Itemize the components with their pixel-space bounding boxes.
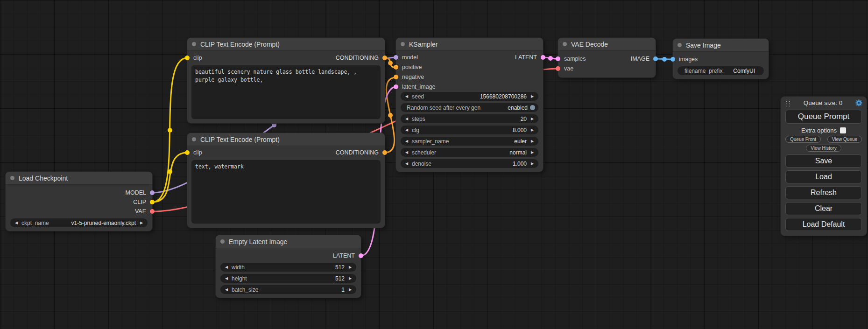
- link-positive-midpoint: [388, 61, 393, 65]
- settings-gear-icon[interactable]: [855, 99, 862, 106]
- node-title-bar[interactable]: Save Image: [673, 39, 769, 52]
- increment-arrow-icon[interactable]: ▶: [347, 276, 353, 280]
- ckpt-name-widget[interactable]: ◀ ckpt_name v1-5-pruned-emaonly.ckpt ▶: [10, 218, 148, 227]
- queue-panel-header[interactable]: Queue size: 0: [781, 97, 867, 109]
- increment-arrow-icon[interactable]: ▶: [529, 128, 535, 132]
- increment-arrow-icon[interactable]: ▶: [347, 265, 353, 269]
- node-load-checkpoint[interactable]: Load Checkpoint MODEL CLIP VAE: [6, 172, 152, 231]
- decrement-arrow-icon[interactable]: ◀: [224, 265, 229, 269]
- node-title-bar[interactable]: CLIP Text Encode (Prompt): [187, 133, 385, 146]
- load-button[interactable]: Load: [785, 170, 862, 183]
- increment-arrow-icon[interactable]: ▶: [529, 139, 535, 143]
- node-empty-latent-image[interactable]: Empty Latent Image LATENT ◀ width 512 ▶ …: [216, 235, 361, 298]
- negative-input-port[interactable]: [394, 75, 398, 79]
- random-seed-toggle-widget[interactable]: Random seed after every gen enabled: [401, 103, 538, 112]
- batch-size-widget[interactable]: ◀ batch_size 1 ▶: [220, 285, 356, 294]
- increment-arrow-icon[interactable]: ▶: [529, 161, 535, 166]
- increment-arrow-icon[interactable]: ▶: [529, 117, 535, 121]
- decrement-arrow-icon[interactable]: ◀: [224, 287, 229, 292]
- clip-input-port[interactable]: [185, 56, 190, 60]
- widget-label: filename_prefix: [685, 68, 722, 74]
- latent-image-input-port[interactable]: [394, 84, 398, 89]
- filename-prefix-widget[interactable]: filename_prefix ComfyUI: [677, 66, 764, 75]
- vae-input-port[interactable]: [556, 66, 560, 71]
- slot-row: samples IMAGE: [558, 54, 656, 63]
- decrement-arrow-icon[interactable]: ◀: [404, 150, 409, 154]
- sampler-name-widget[interactable]: ◀ sampler_name euler ▶: [401, 137, 538, 146]
- increment-arrow-icon[interactable]: ▶: [529, 150, 535, 154]
- collapse-dot-icon[interactable]: [401, 42, 405, 46]
- vae-output-port[interactable]: [150, 209, 155, 214]
- collapse-dot-icon[interactable]: [677, 43, 682, 47]
- decrement-arrow-icon[interactable]: ◀: [404, 161, 409, 166]
- collapse-dot-icon[interactable]: [220, 239, 225, 244]
- latent-output-port[interactable]: [541, 55, 545, 60]
- samples-input-port[interactable]: [556, 56, 560, 61]
- conditioning-output-port[interactable]: [382, 150, 387, 155]
- toggle-knob-icon[interactable]: [530, 105, 535, 110]
- widget-value: 512: [335, 264, 345, 271]
- node-title: VAE Decode: [571, 41, 608, 48]
- decrement-arrow-icon[interactable]: ◀: [404, 128, 409, 132]
- clip-input-port[interactable]: [185, 150, 190, 155]
- widget-label: width: [232, 264, 245, 271]
- cfg-widget[interactable]: ◀ cfg 8.000 ▶: [401, 126, 538, 134]
- decrement-arrow-icon[interactable]: ◀: [404, 117, 409, 121]
- prompt-textarea[interactable]: beautiful scenery nature glass bottle la…: [191, 65, 381, 119]
- collapse-dot-icon[interactable]: [10, 176, 14, 180]
- node-clip-text-encode-positive[interactable]: CLIP Text Encode (Prompt) clip CONDITION…: [187, 38, 385, 123]
- link-model-midpoint: [272, 123, 276, 127]
- image-output-port[interactable]: [653, 56, 658, 61]
- latent-output-port[interactable]: [359, 253, 363, 258]
- node-title-bar[interactable]: KSampler: [396, 38, 543, 51]
- conditioning-output-port[interactable]: [382, 56, 387, 60]
- decrement-arrow-icon[interactable]: ◀: [14, 221, 19, 225]
- widget-label: cfg: [412, 127, 419, 133]
- node-vae-decode[interactable]: VAE Decode samples IMAGE vae: [558, 38, 656, 77]
- increment-arrow-icon[interactable]: ▶: [139, 221, 144, 225]
- node-save-image[interactable]: Save Image images filename_prefix ComfyU…: [673, 39, 769, 79]
- queue-panel: Queue size: 0 Queue Prompt Extra options…: [781, 97, 867, 236]
- scheduler-widget[interactable]: ◀ scheduler normal ▶: [401, 148, 538, 157]
- widget-value: enabled: [508, 105, 528, 111]
- slot-row: model LATENT: [396, 53, 543, 62]
- refresh-button[interactable]: Refresh: [785, 186, 862, 199]
- view-history-button[interactable]: View History: [806, 145, 841, 152]
- node-ksampler[interactable]: KSampler model LATENT positive: [396, 38, 543, 172]
- output-slot-model: MODEL: [6, 188, 152, 197]
- collapse-dot-icon[interactable]: [192, 137, 196, 141]
- decrement-arrow-icon[interactable]: ◀: [404, 139, 409, 143]
- prompt-textarea[interactable]: text, watermark: [191, 160, 381, 224]
- node-title-bar[interactable]: Empty Latent Image: [216, 235, 361, 248]
- increment-arrow-icon[interactable]: ▶: [529, 94, 535, 98]
- node-title-bar[interactable]: CLIP Text Encode (Prompt): [187, 38, 385, 51]
- images-input-port[interactable]: [670, 57, 675, 62]
- queue-front-button[interactable]: Queue Front: [785, 136, 821, 143]
- collapse-dot-icon[interactable]: [563, 42, 567, 46]
- model-input-port[interactable]: [394, 55, 398, 60]
- output-label: CLIP: [133, 199, 146, 205]
- denoise-widget[interactable]: ◀ denoise 1.000 ▶: [401, 159, 538, 168]
- positive-input-port[interactable]: [394, 65, 398, 70]
- queue-prompt-button[interactable]: Queue Prompt: [785, 110, 862, 124]
- increment-arrow-icon[interactable]: ▶: [347, 287, 353, 292]
- decrement-arrow-icon[interactable]: ◀: [224, 276, 229, 280]
- collapse-dot-icon[interactable]: [192, 42, 196, 46]
- clear-button[interactable]: Clear: [785, 202, 862, 215]
- height-widget[interactable]: ◀ height 512 ▶: [220, 274, 356, 283]
- model-output-port[interactable]: [150, 190, 155, 195]
- node-title-bar[interactable]: Load Checkpoint: [6, 172, 152, 185]
- load-default-button[interactable]: Load Default: [785, 218, 862, 231]
- drag-handle-icon[interactable]: [785, 99, 791, 106]
- decrement-arrow-icon[interactable]: ◀: [404, 94, 409, 98]
- save-button[interactable]: Save: [785, 154, 862, 168]
- steps-widget[interactable]: ◀ steps 20 ▶: [401, 114, 538, 123]
- graph-canvas[interactable]: Load Checkpoint MODEL CLIP VAE: [0, 0, 868, 329]
- width-widget[interactable]: ◀ width 512 ▶: [220, 263, 356, 272]
- clip-output-port[interactable]: [150, 200, 155, 204]
- seed-widget[interactable]: ◀ seed 156680208700286 ▶: [401, 92, 538, 101]
- extra-options-checkbox[interactable]: [840, 127, 846, 133]
- node-title-bar[interactable]: VAE Decode: [558, 38, 656, 51]
- node-clip-text-encode-negative[interactable]: CLIP Text Encode (Prompt) clip CONDITION…: [187, 133, 385, 228]
- view-queue-button[interactable]: View Queue: [827, 136, 862, 143]
